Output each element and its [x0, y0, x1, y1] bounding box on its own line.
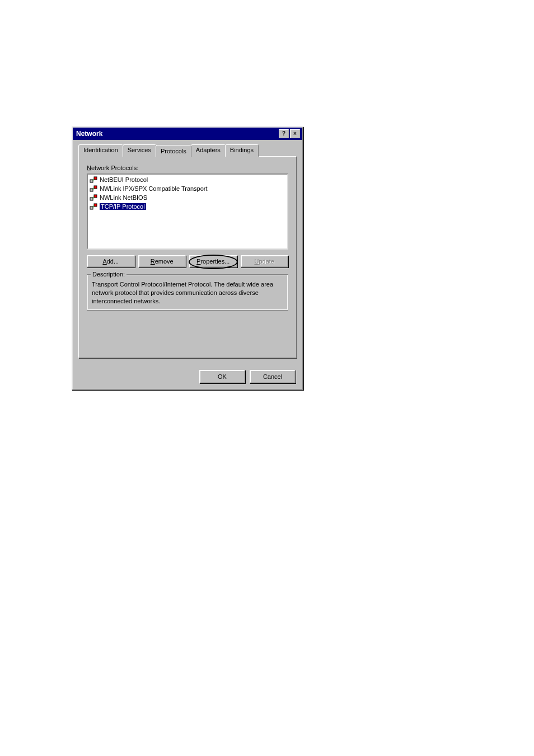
remove-button[interactable]: Remove [138, 255, 186, 267]
button-label: dd... [107, 258, 119, 265]
help-icon: ? [282, 131, 285, 137]
tab-label: Identification [83, 147, 118, 153]
titlebar[interactable]: Network ? × [73, 128, 302, 140]
add-button[interactable]: Add... [87, 255, 135, 267]
titlebar-buttons: ? × [279, 129, 300, 138]
list-item-label: NWLink NetBIOS [100, 194, 147, 201]
mnemonic: N [87, 165, 91, 171]
tab-label: Services [128, 147, 151, 153]
svg-rect-3 [90, 189, 93, 191]
button-label: emove [155, 258, 174, 265]
tab-services[interactable]: Services [123, 144, 156, 157]
description-title: Description: [91, 271, 127, 278]
protocol-buttons: Add... Remove Properties... Update [87, 255, 288, 267]
update-button: Update [241, 255, 289, 267]
protocol-icon [90, 185, 97, 192]
window-title: Network [75, 130, 102, 138]
cancel-button[interactable]: Cancel [250, 370, 296, 383]
list-item[interactable]: NetBEUI Protocol [88, 175, 287, 184]
protocol-icon [90, 203, 97, 210]
tab-adapters[interactable]: Adapters [191, 144, 226, 157]
button-label: roperties... [200, 258, 229, 265]
description-groupbox: Description: Transport Control Protocol/… [87, 274, 288, 311]
tab-panel-protocols: Network Protocols: NetBEUI Protocol NWLi… [78, 156, 297, 358]
description-text: Transport Control Protocol/Internet Prot… [92, 280, 283, 306]
list-item-label: NetBEUI Protocol [100, 176, 148, 183]
spacer [87, 311, 288, 350]
tab-identification[interactable]: Identification [78, 144, 123, 157]
list-item[interactable]: NWLink IPX/SPX Compatible Transport [88, 184, 287, 193]
properties-button[interactable]: Properties... [189, 255, 237, 267]
svg-rect-0 [90, 180, 93, 182]
close-button[interactable]: × [290, 129, 300, 138]
tab-label: Adapters [196, 147, 221, 153]
help-button[interactable]: ? [279, 129, 289, 138]
svg-rect-6 [90, 198, 93, 200]
list-item-label: NWLink IPX/SPX Compatible Transport [100, 185, 208, 192]
network-dialog: Network ? × Identification Services Prot… [72, 126, 303, 390]
mnemonic: A [102, 258, 106, 265]
close-icon: × [293, 131, 297, 137]
tab-label: Bindings [230, 147, 254, 153]
dialog-footer: OK Cancel [73, 364, 302, 389]
svg-rect-1 [94, 177, 97, 180]
tab-bindings[interactable]: Bindings [225, 144, 259, 157]
tab-strip: Identification Services Protocols Adapte… [78, 144, 297, 157]
svg-rect-7 [94, 195, 97, 198]
protocols-listbox[interactable]: NetBEUI Protocol NWLink IPX/SPX Compatib… [87, 173, 288, 250]
button-label: OK [218, 373, 227, 380]
list-item-label: TCP/IP Protocol [100, 203, 146, 210]
mnemonic: R [151, 258, 155, 265]
button-label: pdate [259, 258, 274, 265]
tab-label: Protocols [161, 148, 186, 154]
svg-rect-9 [90, 206, 93, 209]
dialog-body: Identification Services Protocols Adapte… [73, 140, 302, 364]
list-item[interactable]: NWLink NetBIOS [88, 193, 287, 202]
label-text: etwork Protocols: [91, 165, 138, 171]
list-label: Network Protocols: [87, 165, 288, 171]
ok-button[interactable]: OK [199, 370, 245, 383]
protocol-icon [90, 194, 97, 201]
protocol-icon [90, 176, 97, 184]
list-item[interactable]: TCP/IP Protocol [88, 202, 287, 211]
svg-rect-4 [94, 186, 97, 189]
tab-protocols[interactable]: Protocols [156, 145, 191, 157]
svg-rect-10 [94, 204, 97, 206]
button-label: Cancel [263, 373, 282, 380]
